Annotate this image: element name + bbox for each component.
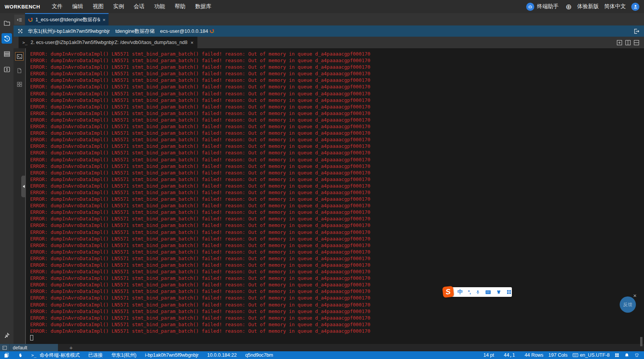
feedback-close-icon[interactable]: ×: [633, 292, 637, 299]
status-terminal-mode[interactable]: 命令终端-标准模式: [39, 352, 80, 359]
ime-toolbox-icon[interactable]: [506, 290, 511, 295]
bottom-tab-label: default: [10, 345, 27, 351]
menu-items: 文件编辑视图实例会话功能帮助数据库: [50, 2, 219, 11]
terminal-error-line: ERROR: dumpInAvroDataImpl() LN5571 stmt_…: [30, 51, 644, 57]
script-library-icon[interactable]: [2, 64, 12, 75]
copy-pages-icon[interactable]: [4, 352, 9, 358]
terminal-error-line: ERROR: dumpInAvroDataImpl() LN5571 stmt_…: [30, 281, 644, 288]
connection-logo-icon: [209, 29, 214, 34]
file-manager-icon[interactable]: [2, 18, 12, 28]
ime-punctuation-icon[interactable]: °,: [468, 289, 471, 295]
panel-collapse-handle[interactable]: [21, 176, 26, 197]
terminal-tool-icon[interactable]: [15, 52, 24, 61]
collapse-arrow-icon: [23, 185, 25, 188]
terminal-error-line: ERROR: dumpInAvroDataImpl() LN5571 stmt_…: [30, 235, 644, 242]
status-rows[interactable]: 44 Rows: [525, 352, 544, 358]
session-history-icon[interactable]: [2, 33, 12, 44]
server-list-icon[interactable]: [2, 49, 12, 59]
terminal-error-line: ERROR: dumpInAvroDataImpl() LN5571 stmt_…: [30, 103, 644, 110]
menu-item-0[interactable]: 文件: [50, 2, 64, 11]
assistant-robot-icon: [526, 3, 534, 11]
terminal-output[interactable]: ERROR: dumpInAvroDataImpl() LN5571 stmt_…: [25, 48, 644, 344]
menu-item-3[interactable]: 实例: [112, 2, 126, 11]
status-connection[interactable]: 已连接: [88, 352, 103, 359]
terminal-cursor: [30, 335, 33, 340]
terminal-error-line: ERROR: dumpInAvroDataImpl() LN5571 stmt_…: [30, 301, 644, 308]
new-terminal-icon[interactable]: [617, 40, 622, 46]
language-selector[interactable]: 简体中文: [604, 3, 626, 10]
collapse-outline-icon[interactable]: [14, 15, 25, 25]
disconnect-exit-icon[interactable]: [633, 28, 639, 34]
ime-toolbar[interactable]: S 中 °,: [448, 287, 512, 297]
terminal-error-line: ERROR: dumpInAvroDataImpl() LN5571 stmt_…: [30, 57, 644, 64]
status-instance-id[interactable]: i-bp1ak0h7wn5f9wbgnbjr: [145, 352, 199, 358]
main-column: 1_ecs-user@tdengine数据存储 × 华东1(杭州)i-bp1ak…: [14, 13, 644, 344]
apps-grid-icon[interactable]: [17, 81, 22, 87]
ime-skin-icon[interactable]: [496, 290, 501, 295]
terminal-assistant-button[interactable]: 终端助手: [526, 3, 559, 11]
bottom-tab-active[interactable]: default: [0, 344, 58, 351]
new-version-button[interactable]: 体验新版: [577, 3, 599, 10]
status-address[interactable]: 10.0.0.184:22: [207, 352, 236, 358]
split-vertical-icon[interactable]: [625, 40, 631, 46]
pin-sidebar-icon[interactable]: [3, 332, 10, 339]
feedback-button[interactable]: 反馈: [620, 296, 636, 313]
add-session-icon[interactable]: ⊕: [566, 3, 572, 10]
terminal-prompt-icon: >_: [22, 40, 27, 45]
terminal-error-line: ERROR: dumpInAvroDataImpl() LN5571 stmt_…: [30, 90, 644, 97]
terminal-layout-icons: [617, 37, 644, 48]
sogou-logo-icon[interactable]: S: [442, 286, 454, 298]
status-encoding-group[interactable]: en_US.UTF-8: [573, 352, 610, 358]
ime-language-mode[interactable]: 中: [457, 289, 463, 296]
session-logo-icon: [28, 17, 33, 22]
terminal-error-line: ERROR: dumpInAvroDataImpl() LN5571 stmt_…: [30, 308, 644, 315]
terminal-error-line: ERROR: dumpInAvroDataImpl() LN5571 stmt_…: [30, 83, 644, 90]
terminal-error-line: ERROR: dumpInAvroDataImpl() LN5571 stmt_…: [30, 262, 644, 268]
menu-item-5[interactable]: 功能: [153, 2, 167, 11]
menu-item-7[interactable]: 数据库: [194, 2, 213, 11]
add-tab-button[interactable]: +: [63, 344, 79, 351]
connection-bar: 华东1(杭州)i-bp1ak0h7wn5f9wbgnbjr tdengine数据…: [14, 25, 644, 37]
split-horizontal-icon[interactable]: [634, 40, 639, 46]
ime-mic-icon[interactable]: [476, 290, 480, 295]
terminal-tab-active[interactable]: >_ 2. ecs-user@iZbp1ak0h7wn5f9wbgnbjrZ: …: [19, 37, 197, 48]
connection-user-host: ecs-user@10.0.0.184: [160, 28, 208, 34]
theme-skin-icon[interactable]: [634, 353, 639, 357]
notifications-bell-icon[interactable]: [624, 353, 629, 358]
layout-grid-icon[interactable]: [615, 353, 619, 357]
terminal-error-line: ERROR: dumpInAvroDataImpl() LN5571 stmt_…: [30, 295, 644, 301]
terminal-error-line: ERROR: dumpInAvroDataImpl() LN5571 stmt_…: [30, 176, 644, 183]
file-transfer-icon[interactable]: [17, 68, 22, 74]
menu-item-6[interactable]: 帮助: [173, 2, 187, 11]
session-tab-close-icon[interactable]: ×: [102, 17, 105, 22]
menu-item-4[interactable]: 会话: [132, 2, 146, 11]
terminal-error-line: ERROR: dumpInAvroDataImpl() LN5571 stmt_…: [30, 242, 644, 249]
hand-pointer-icon[interactable]: [18, 352, 23, 358]
connection-user-host-group: ecs-user@10.0.0.184: [160, 28, 214, 34]
fullscreen-expand-icon[interactable]: [17, 28, 23, 34]
user-avatar[interactable]: [631, 3, 639, 11]
status-cols[interactable]: 197 Cols: [549, 352, 568, 358]
terminal-error-line: ERROR: dumpInAvroDataImpl() LN5571 stmt_…: [30, 136, 644, 143]
terminal-error-line: ERROR: dumpInAvroDataImpl() LN5571 stmt_…: [30, 196, 644, 202]
ime-keyboard-icon[interactable]: [485, 290, 491, 295]
terminal-tab-close-icon[interactable]: ×: [190, 40, 194, 45]
status-bar-left: >_ 命令终端-标准模式 已连接 华东1(杭州) i-bp1ak0h7wn5f9…: [4, 352, 273, 359]
terminal-scrollbar-thumb[interactable]: [640, 337, 642, 346]
menu-bar: WORKBENCH 文件编辑视图实例会话功能帮助数据库 终端助手 ⊕ 体验新版 …: [0, 0, 644, 13]
menu-item-2[interactable]: 视图: [91, 2, 105, 11]
terminal-error-line: ERROR: dumpInAvroDataImpl() LN5571 stmt_…: [30, 249, 644, 255]
status-session-id[interactable]: q5nd9oc7bm: [245, 352, 273, 358]
session-tab-active[interactable]: 1_ecs-user@tdengine数据存储 ×: [25, 13, 109, 25]
status-cursor-position[interactable]: 44,1: [504, 352, 515, 358]
assistant-label: 终端助手: [537, 3, 559, 10]
menu-item-1[interactable]: 编辑: [71, 2, 85, 11]
connection-instance: 华东1(杭州)i-bp1ak0h7wn5f9wbgnbjr: [28, 28, 110, 35]
body-row: 1_ecs-user@tdengine数据存储 × 华东1(杭州)i-bp1ak…: [0, 13, 644, 344]
terminal-error-line: ERROR: dumpInAvroDataImpl() LN5571 stmt_…: [30, 110, 644, 117]
status-font-size[interactable]: 14 pt: [483, 352, 494, 358]
status-region[interactable]: 华东1(杭州): [111, 352, 136, 359]
app-sidebar: [0, 13, 14, 344]
status-bar-right: 14 pt 44,1 44 Rows 197 Cols en_US.UTF-8: [483, 352, 639, 358]
terminal-error-line: ERROR: dumpInAvroDataImpl() LN5571 stmt_…: [30, 321, 644, 328]
